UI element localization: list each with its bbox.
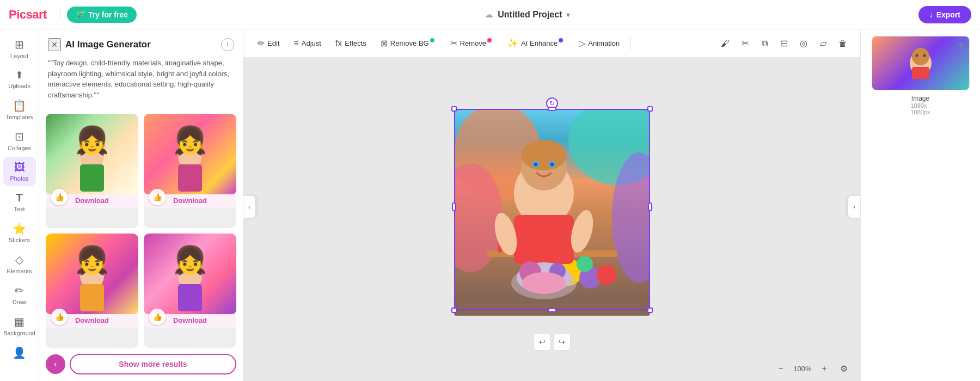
settings-button[interactable]: ⚙ [836,361,852,376]
generated-image-4[interactable] [144,233,236,314]
effects-button[interactable]: fx Effects [330,35,372,52]
sidebar-item-label: Layout [10,53,28,59]
sidebar-item-user[interactable]: 👤 [3,342,36,364]
sidebar-item-elements[interactable]: ◇ Elements [3,249,36,279]
sidebar-item-background[interactable]: ▦ Background [3,311,36,341]
resize-handle-tl[interactable] [451,106,457,112]
undo-button[interactable]: ↩ [534,333,551,351]
resize-handle-bl[interactable] [451,308,457,313]
prompt-text: ""Toy design, child-friendly materials, … [39,56,243,107]
svg-point-46 [522,272,566,294]
sidebar-item-layout[interactable]: ⊞ Layout [3,34,36,64]
panel-title: AI Image Generator [65,39,217,50]
image-card: 👍 Download [144,233,236,348]
images-grid: 👍 Download 👍 Download [39,107,243,348]
sidebar-item-label: Stickers [9,237,30,243]
panel-toggle-button[interactable]: ‹ [243,196,255,218]
project-title[interactable]: Untitled Project [498,10,562,20]
generated-image-2[interactable] [144,114,236,194]
remove-bg-icon: ⊠ [381,38,388,48]
sidebar-item-uploads[interactable]: ⬆ Uploads [3,65,36,94]
back-button[interactable]: ‹ [46,354,65,374]
redo-button[interactable]: ↪ [553,333,571,351]
resize-handle-ml[interactable] [452,202,456,211]
layer-size: 1080x1080px [910,102,930,115]
like-button[interactable]: 👍 [51,189,68,205]
visibility-icon[interactable]: 👁 [957,41,965,50]
brush-button[interactable]: 🖌 [716,35,734,52]
chevron-down-icon[interactable]: ▾ [566,10,570,19]
sidebar-item-label: Uploads [8,83,30,89]
svg-point-7 [180,134,200,154]
sidebar-item-draw[interactable]: ✏ Draw [3,280,36,310]
align-button[interactable]: ⊟ [775,35,793,52]
generated-image-1[interactable] [46,114,138,194]
panel-close-button[interactable]: × [48,38,61,51]
svg-point-30 [597,265,616,285]
resize-handle-tm[interactable] [548,107,556,111]
zoom-out-button[interactable]: − [773,361,788,376]
svg-point-17 [180,254,200,274]
toolbar-separator [630,37,631,50]
svg-point-12 [82,254,102,274]
adjust-button[interactable]: ≡ Adjust [288,35,326,52]
duplicate-button[interactable]: ⧉ [756,35,773,52]
sidebar-item-templates[interactable]: 📋 Templates [3,95,36,125]
svg-point-36 [534,163,537,166]
remove-bg-button[interactable]: ⊠ Remove BG [375,35,442,52]
resize-handle-mr[interactable] [648,202,652,211]
show-more-button[interactable]: Show more results [70,354,236,374]
svg-rect-39 [514,215,574,264]
right-panel-toggle-button[interactable]: › [848,196,860,218]
sidebar-item-collages[interactable]: ⊡ Collages [3,126,36,156]
text-icon: T [16,192,22,204]
svg-point-48 [912,48,929,65]
try-free-button[interactable]: 🪄 Try for free [67,7,137,23]
header-right: ↓ Export [918,6,971,23]
target-button[interactable]: ◎ [795,35,812,52]
edit-button[interactable]: ✏ Edit [252,35,285,52]
resize-handle-tr[interactable] [647,106,653,112]
crop-button[interactable]: ✂ [736,35,754,52]
generated-image-3[interactable] [46,233,138,314]
canvas-area: ✏ Edit ≡ Adjust fx Effects ⊠ Remove BG ✂… [243,29,860,381]
workspace[interactable]: ‹ [243,58,860,356]
remove-bg-badge [430,38,434,42]
ai-enhance-button[interactable]: ✨ AI Enhance [502,35,570,52]
remove-badge [487,38,492,42]
resize-handle-bm[interactable] [548,308,556,312]
adjust-label: Adjust [302,39,321,47]
sidebar-item-text[interactable]: T Text [3,187,36,217]
bottom-bar: − 100% + ⚙ [243,356,860,381]
image-card: 👍 Download [144,114,236,228]
svg-rect-1 [80,164,104,192]
header-center: ☁ Untitled Project ▾ [137,9,918,20]
settings-icon: ⚙ [840,364,848,374]
like-button[interactable]: 👍 [51,309,68,325]
sidebar-item-stickers[interactable]: ⭐ Stickers [3,218,36,248]
shadow-button[interactable]: ▱ [814,35,832,52]
delete-button[interactable]: 🗑 [834,35,852,52]
remove-bg-label: Remove BG [390,39,429,47]
main-area: ⊞ Layout ⬆ Uploads 📋 Templates ⊡ Collage… [0,29,980,381]
download-icon: ↓ [929,10,933,19]
svg-point-4 [95,141,98,144]
svg-point-18 [184,261,187,264]
panel-info-button[interactable]: i [221,38,234,51]
animation-button[interactable]: ▷ Animation [573,35,625,52]
zoom-in-button[interactable]: + [817,361,832,376]
layer-thumbnail[interactable]: 👁 [872,36,970,90]
export-button[interactable]: ↓ Export [918,6,971,23]
canvas-main-image[interactable] [454,109,650,316]
svg-point-9 [193,141,196,144]
svg-rect-51 [912,67,929,79]
remove-button[interactable]: ✂ Remove [445,35,499,52]
canvas-image-container[interactable]: ↻ [454,103,650,310]
like-button[interactable]: 👍 [149,309,166,325]
like-button[interactable]: 👍 [149,189,166,205]
layer-label: Image [911,95,929,102]
header-divider [60,8,60,21]
sidebar-item-photos[interactable]: 🖼 Photos [3,157,36,186]
resize-handle-br[interactable] [647,308,653,313]
zoom-in-icon: + [822,364,826,373]
